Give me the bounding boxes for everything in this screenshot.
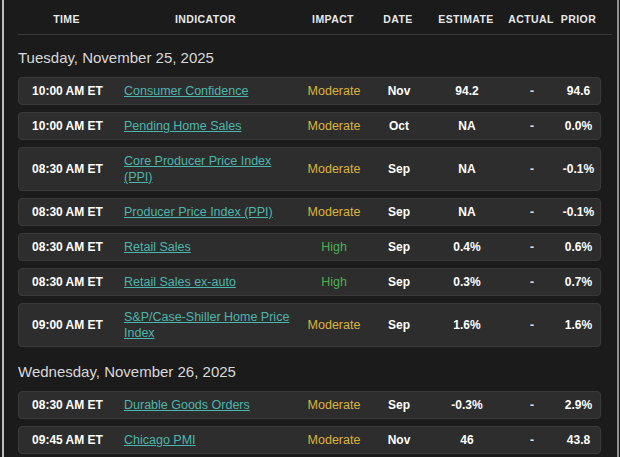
prior-value: 94.6 <box>557 83 600 99</box>
actual-value: - <box>507 204 557 220</box>
event-row: 08:30 AM ET Retail Sales ex-auto High Se… <box>18 268 601 296</box>
event-row: 09:45 AM ET Chicago PMI Moderate Nov 46 … <box>18 426 601 454</box>
impact-level: Moderate <box>297 161 371 177</box>
estimate-value: 0.4% <box>427 239 507 255</box>
impact-level: High <box>297 274 371 290</box>
event-row: 08:30 AM ET Core Producer Price Index (P… <box>18 147 601 191</box>
indicator-cell: Pending Home Sales <box>116 113 297 139</box>
prior-value: -0.1% <box>557 161 600 177</box>
date-group-header: Tuesday, November 25, 2025 <box>18 49 620 67</box>
indicator-link[interactable]: Retail Sales ex-auto <box>124 275 236 289</box>
prior-value: 43.8 <box>557 432 600 448</box>
actual-value: - <box>507 274 557 290</box>
indicator-link[interactable]: Consumer Confidence <box>124 84 248 98</box>
estimate-value: NA <box>427 204 507 220</box>
indicator-cell: Retail Sales <box>116 234 297 260</box>
event-row: 10:00 AM ET Consumer Confidence Moderate… <box>18 77 601 105</box>
indicator-cell: S&P/Case-Shiller Home Price Index <box>116 304 297 346</box>
actual-value: - <box>507 432 557 448</box>
actual-value: - <box>507 161 557 177</box>
event-month: Sep <box>371 274 427 290</box>
event-row: 08:30 AM ET Retail Sales High Sep 0.4% -… <box>18 233 601 261</box>
indicator-link[interactable]: Pending Home Sales <box>124 119 241 133</box>
event-time: 08:30 AM ET <box>19 239 116 255</box>
table-header-row: TIME INDICATOR IMPACT DATE ESTIMATE ACTU… <box>18 13 601 25</box>
event-time: 09:00 AM ET <box>19 317 116 333</box>
indicator-cell: Producer Price Index (PPI) <box>116 199 297 225</box>
event-month: Sep <box>371 239 427 255</box>
indicator-cell: Consumer Confidence <box>116 78 297 104</box>
day-section: Wednesday, November 26, 2025 08:30 AM ET… <box>0 363 620 454</box>
actual-value: - <box>507 397 557 413</box>
calendar-sections: Tuesday, November 25, 2025 10:00 AM ET C… <box>0 49 620 454</box>
prior-value: 0.0% <box>557 118 600 134</box>
impact-level: Moderate <box>297 317 371 333</box>
indicator-link[interactable]: Core Producer Price Index (PPI) <box>124 154 271 184</box>
event-time: 10:00 AM ET <box>19 118 116 134</box>
indicator-cell: Chicago PMI <box>116 427 297 453</box>
prior-value: 1.6% <box>557 317 600 333</box>
estimate-value: NA <box>427 118 507 134</box>
indicator-link[interactable]: Chicago PMI <box>124 433 196 447</box>
event-month: Oct <box>371 118 427 134</box>
event-time: 10:00 AM ET <box>19 83 116 99</box>
event-rows: 10:00 AM ET Consumer Confidence Moderate… <box>18 77 620 347</box>
table-header: TIME INDICATOR IMPACT DATE ESTIMATE ACTU… <box>18 0 612 35</box>
event-month: Nov <box>371 83 427 99</box>
indicator-cell: Durable Goods Orders <box>116 392 297 418</box>
column-header-prior: PRIOR <box>556 13 601 25</box>
date-group-header: Wednesday, November 26, 2025 <box>18 363 620 381</box>
event-time: 08:30 AM ET <box>19 161 116 177</box>
event-time: 08:30 AM ET <box>19 397 116 413</box>
actual-value: - <box>507 317 557 333</box>
event-row: 09:00 AM ET S&P/Case-Shiller Home Price … <box>18 303 601 347</box>
page-edge-right <box>617 0 619 457</box>
actual-value: - <box>507 239 557 255</box>
indicator-cell: Core Producer Price Index (PPI) <box>116 148 297 190</box>
event-month: Sep <box>371 397 427 413</box>
event-month: Sep <box>371 317 427 333</box>
actual-value: - <box>507 83 557 99</box>
indicator-link[interactable]: Retail Sales <box>124 240 191 254</box>
indicator-link[interactable]: S&P/Case-Shiller Home Price Index <box>124 310 289 340</box>
impact-level: High <box>297 239 371 255</box>
economic-calendar-panel: TIME INDICATOR IMPACT DATE ESTIMATE ACTU… <box>0 0 620 457</box>
indicator-link[interactable]: Producer Price Index (PPI) <box>124 205 273 219</box>
day-section: Tuesday, November 25, 2025 10:00 AM ET C… <box>0 49 620 347</box>
estimate-value: 0.3% <box>427 274 507 290</box>
estimate-value: 1.6% <box>427 317 507 333</box>
estimate-value: 46 <box>427 432 507 448</box>
event-month: Sep <box>371 204 427 220</box>
event-month: Sep <box>371 161 427 177</box>
event-row: 10:00 AM ET Pending Home Sales Moderate … <box>18 112 601 140</box>
event-rows: 08:30 AM ET Durable Goods Orders Moderat… <box>18 391 620 454</box>
prior-value: 0.7% <box>557 274 600 290</box>
impact-level: Moderate <box>297 397 371 413</box>
column-header-time: TIME <box>18 13 115 25</box>
estimate-value: 94.2 <box>427 83 507 99</box>
event-time: 09:45 AM ET <box>19 432 116 448</box>
column-header-actual: ACTUAL <box>506 13 556 25</box>
estimate-value: -0.3% <box>427 397 507 413</box>
column-header-estimate: ESTIMATE <box>426 13 506 25</box>
event-row: 08:30 AM ET Durable Goods Orders Moderat… <box>18 391 601 419</box>
impact-level: Moderate <box>297 118 371 134</box>
impact-level: Moderate <box>297 83 371 99</box>
actual-value: - <box>507 118 557 134</box>
event-time: 08:30 AM ET <box>19 274 116 290</box>
event-time: 08:30 AM ET <box>19 204 116 220</box>
event-month: Nov <box>371 432 427 448</box>
column-header-date: DATE <box>370 13 426 25</box>
prior-value: 0.6% <box>557 239 600 255</box>
page-edge-left <box>2 0 4 457</box>
event-row: 08:30 AM ET Producer Price Index (PPI) M… <box>18 198 601 226</box>
column-header-impact: IMPACT <box>296 13 370 25</box>
impact-level: Moderate <box>297 204 371 220</box>
indicator-cell: Retail Sales ex-auto <box>116 269 297 295</box>
indicator-link[interactable]: Durable Goods Orders <box>124 398 250 412</box>
column-header-indicator: INDICATOR <box>115 13 296 25</box>
impact-level: Moderate <box>297 432 371 448</box>
estimate-value: NA <box>427 161 507 177</box>
prior-value: 2.9% <box>557 397 600 413</box>
prior-value: -0.1% <box>557 204 600 220</box>
